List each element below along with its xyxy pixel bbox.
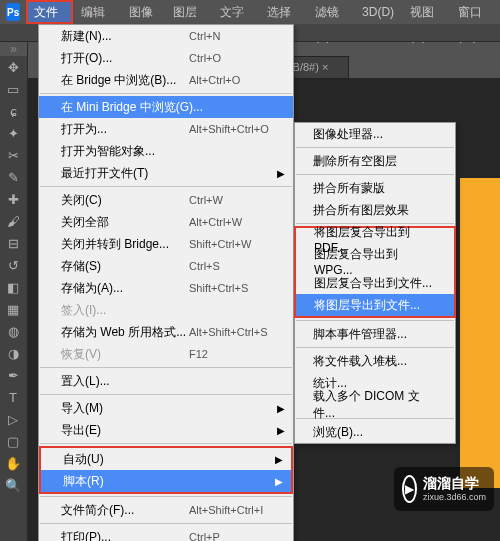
menu-type[interactable]: 文字(Y) <box>212 0 260 24</box>
lasso-tool-icon[interactable]: ɕ <box>0 100 26 122</box>
menu-item-label: 导出(E) <box>61 422 271 439</box>
menu-edit[interactable]: 编辑(E) <box>73 0 121 24</box>
path-tool-icon[interactable]: ▷ <box>0 408 26 430</box>
menu-item-label: 签入(I)... <box>61 302 271 319</box>
menu-item-shortcut: Alt+Ctrl+W <box>189 216 271 228</box>
menu-select[interactable]: 选择(S) <box>259 0 307 24</box>
file-menu-item[interactable]: 脚本(R)▶ <box>41 470 291 492</box>
file-menu-item[interactable]: 打开为...Alt+Shift+Ctrl+O <box>39 118 293 140</box>
hand-tool-icon[interactable]: ✋ <box>0 452 26 474</box>
menu-item-shortcut: Alt+Ctrl+O <box>189 74 271 86</box>
menu-item-shortcut: Ctrl+P <box>189 531 271 541</box>
pen-tool-icon[interactable]: ✒ <box>0 364 26 386</box>
menu-item-label: 存储为 Web 所用格式... <box>61 324 189 341</box>
stamp-tool-icon[interactable]: ⊟ <box>0 232 26 254</box>
script-menu-item[interactable]: 浏览(B)... <box>295 421 455 443</box>
script-menu-item[interactable]: 拼合所有蒙版 <box>295 177 455 199</box>
file-menu-item[interactable]: 导入(M)▶ <box>39 397 293 419</box>
file-menu-item[interactable]: 打开为智能对象... <box>39 140 293 162</box>
eyedropper-tool-icon[interactable]: ✎ <box>0 166 26 188</box>
gradient-tool-icon[interactable]: ▦ <box>0 298 26 320</box>
menu-item-label: 拼合所有蒙版 <box>313 180 437 197</box>
expand-icon[interactable]: » <box>0 42 27 56</box>
file-menu-item[interactable]: 存储为 Web 所用格式...Alt+Shift+Ctrl+S <box>39 321 293 343</box>
menu-filter[interactable]: 滤镜(T) <box>307 0 354 24</box>
file-menu-item[interactable]: 最近打开文件(T)▶ <box>39 162 293 184</box>
script-menu-item[interactable]: 图像处理器... <box>295 123 455 145</box>
script-menu-item[interactable]: 图层复合导出到 WPG... <box>296 250 454 272</box>
script-menu-item[interactable]: 图层复合导出到文件... <box>296 272 454 294</box>
highlighted-group: 自动(U)▶脚本(R)▶ <box>39 446 293 494</box>
script-menu-item[interactable]: 载入多个 DICOM 文件... <box>295 394 455 416</box>
file-menu-item: 恢复(V)F12 <box>39 343 293 365</box>
menu-item-label: 存储(S) <box>61 258 189 275</box>
menu-separator <box>40 523 292 524</box>
submenu-arrow-icon: ▶ <box>275 476 283 487</box>
file-menu-item[interactable]: 在 Mini Bridge 中浏览(G)... <box>39 96 293 118</box>
file-menu-item[interactable]: 关闭全部Alt+Ctrl+W <box>39 211 293 233</box>
file-menu-item[interactable]: 新建(N)...Ctrl+N <box>39 25 293 47</box>
menu-item-label: 自动(U) <box>63 451 269 468</box>
menu-separator <box>40 367 292 368</box>
menu-item-label: 打开为智能对象... <box>61 143 271 160</box>
menu-item-label: 删除所有空图层 <box>313 153 437 170</box>
eraser-tool-icon[interactable]: ◧ <box>0 276 26 298</box>
menu-item-label: 新建(N)... <box>61 28 189 45</box>
brush-tool-icon[interactable]: 🖌 <box>0 210 26 232</box>
file-menu-item[interactable]: 关闭(C)Ctrl+W <box>39 189 293 211</box>
script-menu-item[interactable]: 将文件载入堆栈... <box>295 350 455 372</box>
menu-view[interactable]: 视图(V) <box>402 0 450 24</box>
menu-item-shortcut: F12 <box>189 348 271 360</box>
script-menu-item[interactable]: 脚本事件管理器... <box>295 323 455 345</box>
menu-item-label: 存储为(A)... <box>61 280 189 297</box>
heal-tool-icon[interactable]: ✚ <box>0 188 26 210</box>
submenu-arrow-icon: ▶ <box>277 168 285 179</box>
menu-item-label: 脚本事件管理器... <box>313 326 437 343</box>
menu-layer[interactable]: 图层(L) <box>165 0 212 24</box>
menu-file[interactable]: 文件(F) <box>26 0 73 24</box>
history-brush-icon[interactable]: ↺ <box>0 254 26 276</box>
file-menu-item[interactable]: 自动(U)▶ <box>41 448 291 470</box>
file-menu-item[interactable]: 存储为(A)...Shift+Ctrl+S <box>39 277 293 299</box>
script-submenu: 图像处理器...删除所有空图层拼合所有蒙版拼合所有图层效果将图层复合导出到 PD… <box>294 122 456 444</box>
blur-tool-icon[interactable]: ◍ <box>0 320 26 342</box>
menu-item-shortcut: Shift+Ctrl+W <box>189 238 271 250</box>
submenu-arrow-icon: ▶ <box>277 403 285 414</box>
file-menu-item: 签入(I)... <box>39 299 293 321</box>
menu-3d[interactable]: 3D(D) <box>354 0 402 24</box>
file-menu-item[interactable]: 在 Bridge 中浏览(B)...Alt+Ctrl+O <box>39 69 293 91</box>
file-menu-item[interactable]: 打印(P)...Ctrl+P <box>39 526 293 541</box>
move-tool-icon[interactable]: ✥ <box>0 56 26 78</box>
submenu-arrow-icon: ▶ <box>277 425 285 436</box>
file-menu-item[interactable]: 关闭并转到 Bridge...Shift+Ctrl+W <box>39 233 293 255</box>
script-menu-item[interactable]: 删除所有空图层 <box>295 150 455 172</box>
script-menu-item[interactable]: 将图层导出到文件... <box>296 294 454 316</box>
menu-item-label: 图层复合导出到文件... <box>314 275 436 292</box>
menu-separator <box>296 147 454 148</box>
menu-item-label: 在 Mini Bridge 中浏览(G)... <box>61 99 271 116</box>
file-menu-item[interactable]: 存储(S)Ctrl+S <box>39 255 293 277</box>
wand-tool-icon[interactable]: ✦ <box>0 122 26 144</box>
menu-item-label: 导入(M) <box>61 400 271 417</box>
menu-window[interactable]: 窗口(W) <box>450 0 500 24</box>
shape-tool-icon[interactable]: ▢ <box>0 430 26 452</box>
file-menu-item[interactable]: 打开(O)...Ctrl+O <box>39 47 293 69</box>
menu-image[interactable]: 图像(I) <box>121 0 165 24</box>
type-tool-icon[interactable]: T <box>0 386 26 408</box>
file-menu-item[interactable]: 置入(L)... <box>39 370 293 392</box>
script-menu-item[interactable]: 拼合所有图层效果 <box>295 199 455 221</box>
menu-item-label: 恢复(V) <box>61 346 189 363</box>
menu-item-label: 在 Bridge 中浏览(B)... <box>61 72 189 89</box>
file-menu-item[interactable]: 导出(E)▶ <box>39 419 293 441</box>
crop-tool-icon[interactable]: ✂ <box>0 144 26 166</box>
zoom-tool-icon[interactable]: 🔍 <box>0 474 26 496</box>
marquee-tool-icon[interactable]: ▭ <box>0 78 26 100</box>
dodge-tool-icon[interactable]: ◑ <box>0 342 26 364</box>
menu-item-label: 打开(O)... <box>61 50 189 67</box>
menu-separator <box>40 186 292 187</box>
file-menu-item[interactable]: 文件简介(F)...Alt+Shift+Ctrl+I <box>39 499 293 521</box>
menu-item-label: 浏览(B)... <box>313 424 437 441</box>
app-logo: Ps <box>6 3 20 21</box>
menu-item-shortcut: Ctrl+W <box>189 194 271 206</box>
menu-item-label: 关闭(C) <box>61 192 189 209</box>
